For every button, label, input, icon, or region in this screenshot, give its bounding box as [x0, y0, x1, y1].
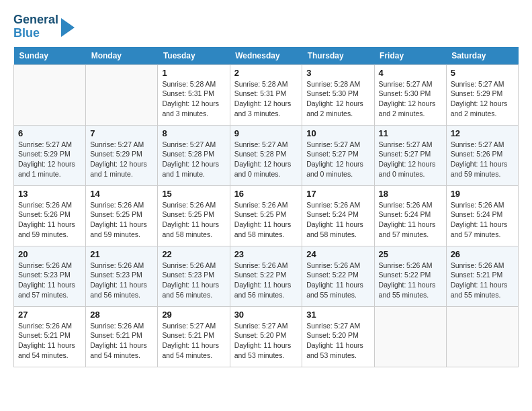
day-number: 4 — [379, 68, 442, 78]
calendar-cell — [446, 306, 518, 367]
calendar-cell: 2Sunrise: 5:28 AM Sunset: 5:31 PM Daylig… — [230, 64, 302, 125]
day-number: 30 — [234, 310, 298, 320]
calendar-cell: 5Sunrise: 5:27 AM Sunset: 5:29 PM Daylig… — [446, 64, 518, 125]
day-info: Sunrise: 5:27 AM Sunset: 5:26 PM Dayligh… — [451, 140, 514, 179]
calendar-cell: 6Sunrise: 5:27 AM Sunset: 5:29 PM Daylig… — [14, 125, 86, 185]
header-day-saturday: Saturday — [446, 47, 518, 65]
header-row: SundayMondayTuesdayWednesdayThursdayFrid… — [14, 47, 519, 65]
day-number: 13 — [18, 189, 81, 199]
day-info: Sunrise: 5:26 AM Sunset: 5:24 PM Dayligh… — [379, 200, 442, 240]
day-number: 7 — [90, 128, 153, 138]
day-info: Sunrise: 5:27 AM Sunset: 5:20 PM Dayligh… — [234, 321, 298, 361]
day-number: 25 — [379, 249, 442, 259]
day-info: Sunrise: 5:26 AM Sunset: 5:25 PM Dayligh… — [162, 200, 225, 240]
calendar-cell: 29Sunrise: 5:27 AM Sunset: 5:21 PM Dayli… — [158, 306, 230, 367]
calendar-cell: 13Sunrise: 5:26 AM Sunset: 5:26 PM Dayli… — [14, 185, 86, 246]
day-info: Sunrise: 5:27 AM Sunset: 5:20 PM Dayligh… — [306, 321, 369, 361]
day-info: Sunrise: 5:27 AM Sunset: 5:29 PM Dayligh… — [90, 140, 153, 179]
calendar-cell: 23Sunrise: 5:26 AM Sunset: 5:22 PM Dayli… — [230, 246, 302, 306]
calendar-cell: 22Sunrise: 5:26 AM Sunset: 5:23 PM Dayli… — [158, 246, 230, 306]
logo-arrow-icon — [61, 18, 75, 37]
day-number: 23 — [234, 249, 298, 259]
day-info: Sunrise: 5:28 AM Sunset: 5:31 PM Dayligh… — [234, 79, 298, 119]
day-info: Sunrise: 5:27 AM Sunset: 5:29 PM Dayligh… — [18, 140, 81, 179]
calendar-cell: 14Sunrise: 5:26 AM Sunset: 5:25 PM Dayli… — [86, 185, 158, 246]
calendar-cell: 21Sunrise: 5:26 AM Sunset: 5:23 PM Dayli… — [86, 246, 158, 306]
week-row-5: 27Sunrise: 5:26 AM Sunset: 5:21 PM Dayli… — [14, 306, 519, 367]
calendar-cell: 24Sunrise: 5:26 AM Sunset: 5:22 PM Dayli… — [302, 246, 374, 306]
calendar-cell: 1Sunrise: 5:28 AM Sunset: 5:31 PM Daylig… — [158, 64, 230, 125]
day-number: 12 — [451, 128, 514, 138]
day-number: 17 — [306, 189, 369, 199]
day-info: Sunrise: 5:26 AM Sunset: 5:23 PM Dayligh… — [90, 261, 153, 300]
day-number: 27 — [18, 310, 81, 320]
day-number: 9 — [234, 128, 298, 138]
week-row-3: 13Sunrise: 5:26 AM Sunset: 5:26 PM Dayli… — [14, 185, 519, 246]
header-day-sunday: Sunday — [14, 47, 86, 65]
header-day-monday: Monday — [86, 47, 158, 65]
day-number: 16 — [234, 189, 298, 199]
calendar-cell: 16Sunrise: 5:26 AM Sunset: 5:25 PM Dayli… — [230, 185, 302, 246]
calendar-cell: 18Sunrise: 5:26 AM Sunset: 5:24 PM Dayli… — [374, 185, 446, 246]
day-number: 2 — [234, 68, 298, 78]
day-number: 14 — [90, 189, 153, 199]
day-number: 5 — [451, 68, 514, 78]
calendar-cell: 9Sunrise: 5:27 AM Sunset: 5:28 PM Daylig… — [230, 125, 302, 185]
calendar-cell: 28Sunrise: 5:26 AM Sunset: 5:21 PM Dayli… — [86, 306, 158, 367]
day-number: 15 — [162, 189, 225, 199]
header-day-wednesday: Wednesday — [230, 47, 302, 65]
week-row-1: 1Sunrise: 5:28 AM Sunset: 5:31 PM Daylig… — [14, 64, 519, 125]
day-info: Sunrise: 5:26 AM Sunset: 5:22 PM Dayligh… — [379, 261, 442, 300]
day-info: Sunrise: 5:26 AM Sunset: 5:22 PM Dayligh… — [306, 261, 369, 300]
logo-text: GeneralBlue — [13, 13, 58, 40]
day-info: Sunrise: 5:26 AM Sunset: 5:24 PM Dayligh… — [306, 200, 369, 240]
day-info: Sunrise: 5:27 AM Sunset: 5:28 PM Dayligh… — [234, 140, 298, 179]
day-number: 3 — [306, 68, 369, 78]
day-number: 20 — [18, 249, 81, 259]
calendar-cell — [374, 306, 446, 367]
day-info: Sunrise: 5:26 AM Sunset: 5:23 PM Dayligh… — [162, 261, 225, 300]
calendar-cell: 3Sunrise: 5:28 AM Sunset: 5:30 PM Daylig… — [302, 64, 374, 125]
day-info: Sunrise: 5:27 AM Sunset: 5:21 PM Dayligh… — [162, 321, 225, 361]
calendar-cell: 26Sunrise: 5:26 AM Sunset: 5:21 PM Dayli… — [446, 246, 518, 306]
day-info: Sunrise: 5:28 AM Sunset: 5:30 PM Dayligh… — [306, 79, 369, 119]
day-number: 28 — [90, 310, 153, 320]
day-info: Sunrise: 5:27 AM Sunset: 5:27 PM Dayligh… — [306, 140, 369, 179]
day-info: Sunrise: 5:26 AM Sunset: 5:23 PM Dayligh… — [18, 261, 81, 300]
day-number: 26 — [451, 249, 514, 259]
week-row-2: 6Sunrise: 5:27 AM Sunset: 5:29 PM Daylig… — [14, 125, 519, 185]
calendar-cell: 4Sunrise: 5:27 AM Sunset: 5:30 PM Daylig… — [374, 64, 446, 125]
day-info: Sunrise: 5:27 AM Sunset: 5:27 PM Dayligh… — [379, 140, 442, 179]
calendar-cell: 27Sunrise: 5:26 AM Sunset: 5:21 PM Dayli… — [14, 306, 86, 367]
day-number: 8 — [162, 128, 225, 138]
calendar-cell: 10Sunrise: 5:27 AM Sunset: 5:27 PM Dayli… — [302, 125, 374, 185]
calendar-cell: 19Sunrise: 5:26 AM Sunset: 5:24 PM Dayli… — [446, 185, 518, 246]
calendar-cell: 20Sunrise: 5:26 AM Sunset: 5:23 PM Dayli… — [14, 246, 86, 306]
day-number: 1 — [162, 68, 225, 78]
day-number: 18 — [379, 189, 442, 199]
calendar-cell: 31Sunrise: 5:27 AM Sunset: 5:20 PM Dayli… — [302, 306, 374, 367]
day-info: Sunrise: 5:27 AM Sunset: 5:30 PM Dayligh… — [379, 79, 442, 119]
calendar-cell: 25Sunrise: 5:26 AM Sunset: 5:22 PM Dayli… — [374, 246, 446, 306]
header-day-tuesday: Tuesday — [158, 47, 230, 65]
header: GeneralBlue — [13, 13, 519, 40]
day-info: Sunrise: 5:26 AM Sunset: 5:21 PM Dayligh… — [90, 321, 153, 361]
day-info: Sunrise: 5:26 AM Sunset: 5:24 PM Dayligh… — [451, 200, 514, 240]
day-info: Sunrise: 5:26 AM Sunset: 5:25 PM Dayligh… — [90, 200, 153, 240]
day-number: 19 — [451, 189, 514, 199]
day-number: 6 — [18, 128, 81, 138]
calendar-cell: 7Sunrise: 5:27 AM Sunset: 5:29 PM Daylig… — [86, 125, 158, 185]
day-number: 29 — [162, 310, 225, 320]
calendar-cell: 12Sunrise: 5:27 AM Sunset: 5:26 PM Dayli… — [446, 125, 518, 185]
calendar-cell — [86, 64, 158, 125]
calendar-cell: 15Sunrise: 5:26 AM Sunset: 5:25 PM Dayli… — [158, 185, 230, 246]
day-number: 10 — [306, 128, 369, 138]
calendar-table: SundayMondayTuesdayWednesdayThursdayFrid… — [13, 47, 519, 367]
day-info: Sunrise: 5:27 AM Sunset: 5:29 PM Dayligh… — [451, 79, 514, 119]
day-info: Sunrise: 5:26 AM Sunset: 5:21 PM Dayligh… — [18, 321, 81, 361]
day-number: 22 — [162, 249, 225, 259]
logo: GeneralBlue — [13, 13, 75, 40]
day-number: 11 — [379, 128, 442, 138]
calendar-cell — [14, 64, 86, 125]
calendar-cell: 8Sunrise: 5:27 AM Sunset: 5:28 PM Daylig… — [158, 125, 230, 185]
